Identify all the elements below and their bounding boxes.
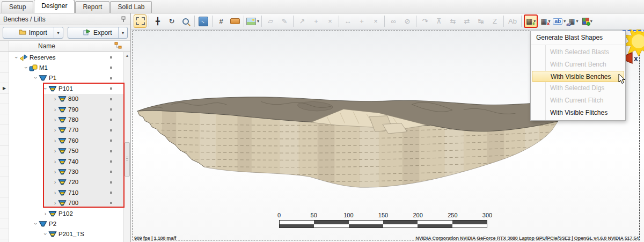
chevron-collapsed-icon[interactable]: ›	[52, 200, 58, 206]
chevron-collapsed-icon[interactable]: ›	[42, 210, 48, 217]
delete-vertex-button[interactable]: ×	[324, 14, 336, 28]
swap-direction-button[interactable]: ⇆	[447, 14, 459, 28]
tree-row-700[interactable]: ›700	[9, 197, 124, 208]
chevron-collapsed-icon[interactable]: ›	[52, 179, 58, 185]
tree-row-720[interactable]: ›720	[9, 177, 124, 187]
row-selector[interactable]	[0, 208, 9, 218]
row-selector[interactable]	[0, 52, 9, 62]
row-selector[interactable]	[0, 104, 9, 114]
chevron-expanded-icon[interactable]: ›	[33, 75, 39, 81]
export-button[interactable]: Export ▾	[68, 27, 128, 39]
tab-setup[interactable]: Setup	[2, 1, 33, 13]
unlink-lines-button[interactable]: ⊘	[401, 14, 414, 28]
chevron-collapsed-icon[interactable]: ›	[52, 168, 58, 175]
chevron-collapsed-icon[interactable]: ›	[52, 189, 58, 196]
background-image-button[interactable]: ▾	[246, 14, 259, 28]
project-line-button[interactable]: ⊼	[433, 14, 445, 28]
menu-item-with-visible-benches[interactable]: With Visible Benches	[532, 71, 624, 82]
tree-row-p102[interactable]: ›P102	[9, 208, 124, 218]
tree-row-p101[interactable]: ›P101	[9, 83, 124, 93]
chevron-collapsed-icon[interactable]: ›	[52, 148, 58, 154]
annotate-text-button[interactable]: Ab	[506, 14, 519, 28]
row-selector[interactable]	[0, 156, 9, 166]
row-selector[interactable]: ▶	[0, 83, 9, 93]
draw-polygon-button[interactable]: ▱	[264, 14, 277, 28]
chevron-collapsed-icon[interactable]: ›	[52, 158, 58, 165]
tab-solid-lab[interactable]: Solid Lab	[110, 1, 152, 13]
tree-row-reserves[interactable]: ›Reserves	[9, 52, 124, 62]
import-dropdown-arrow[interactable]: ▾	[54, 27, 63, 38]
tree-row-800[interactable]: ›800	[9, 94, 124, 104]
dropdown-arrow-icon[interactable]: ▾	[564, 19, 566, 24]
menu-item-with-current-bench[interactable]: With Current Bench	[531, 58, 625, 71]
align-line-button[interactable]: ↹	[474, 14, 487, 28]
chevron-expanded-icon[interactable]: ›	[23, 65, 30, 71]
tree-scrollbar[interactable]: ▲	[123, 52, 130, 242]
move-vertex-button[interactable]: ↗	[296, 14, 309, 28]
chevron-collapsed-icon[interactable]: ›	[52, 137, 58, 144]
menu-item-with-current-flitch[interactable]: With Current Flitch	[531, 94, 625, 107]
tree-row-p201-ts[interactable]: ›P201_TS	[9, 229, 124, 239]
tree-row-p2[interactable]: ›P2	[9, 218, 124, 229]
blast-name-grid-button[interactable]: ▦ab▾	[567, 14, 580, 28]
blast-colors-button[interactable]: ▾	[581, 14, 594, 28]
generate-blast-shapes-button[interactable]: ▦+▾	[524, 14, 538, 28]
tree-row-m1[interactable]: ›M1	[9, 62, 124, 72]
reverse-line-button[interactable]: ⇄	[460, 14, 473, 28]
row-selector[interactable]	[0, 239, 9, 242]
viewport-3d[interactable]: 050100150200250300 909 fps | 1.100 ms/f …	[131, 30, 644, 242]
row-selector[interactable]	[0, 125, 9, 135]
row-selector[interactable]	[0, 197, 9, 208]
chevron-collapsed-icon[interactable]: ›	[52, 96, 58, 102]
chevron-expanded-icon[interactable]: ›	[42, 85, 49, 91]
link-lines-button[interactable]: ∞	[387, 14, 400, 28]
dropdown-arrow-icon[interactable]: ▾	[576, 19, 578, 24]
row-selector[interactable]	[0, 166, 9, 177]
add-segment-button[interactable]: +	[355, 14, 368, 28]
tree-row-760[interactable]: ›760	[9, 135, 124, 145]
dropdown-arrow-icon[interactable]: ▾	[257, 19, 259, 24]
pin-icon[interactable]	[121, 16, 126, 24]
export-dropdown-arrow[interactable]: ▾	[118, 27, 127, 38]
chevron-expanded-icon[interactable]: ›	[13, 54, 20, 60]
import-button[interactable]: Import ▾	[3, 27, 63, 39]
ruler-button[interactable]	[229, 14, 241, 28]
tree-options-icon[interactable]	[114, 41, 122, 51]
stretch-segment-button[interactable]: ↔	[341, 14, 354, 28]
tab-report[interactable]: Report	[75, 1, 109, 13]
scroll-thumb[interactable]	[125, 142, 130, 177]
tree-column-header[interactable]: Name	[0, 41, 130, 52]
delete-blast-shapes-button[interactable]: ▦×▾	[539, 14, 552, 28]
tree-row-740[interactable]: ›740	[9, 156, 124, 166]
row-selector[interactable]	[0, 135, 9, 145]
row-selector[interactable]	[0, 218, 9, 229]
tree-row-770[interactable]: ›770	[9, 125, 124, 135]
chevron-expanded-icon[interactable]: ›	[42, 231, 49, 237]
delete-segment-button[interactable]: ×	[369, 14, 382, 28]
add-vertex-button[interactable]: +	[310, 14, 323, 28]
row-selector[interactable]	[0, 62, 9, 72]
grid-toggle-button[interactable]: #	[215, 14, 228, 28]
row-selector[interactable]	[0, 114, 9, 124]
menu-item-with-visible-flitches[interactable]: With Visible Flitches	[531, 107, 625, 119]
edit-pencil-button[interactable]: ✎	[278, 14, 291, 28]
tree-row-780[interactable]: ›780	[9, 114, 124, 124]
chevron-expanded-icon[interactable]: ›	[33, 221, 39, 226]
smooth-line-button[interactable]: ↷	[419, 14, 431, 28]
chevron-collapsed-icon[interactable]: ›	[52, 106, 58, 113]
tree-row-730[interactable]: ›730	[9, 166, 124, 177]
zoom-button[interactable]	[179, 14, 192, 28]
tree-row-750[interactable]: ›750	[9, 146, 124, 156]
tree-row-710[interactable]: ›710	[9, 187, 124, 197]
simplify-line-button[interactable]: Z	[488, 14, 501, 28]
row-selector[interactable]	[0, 177, 9, 187]
menu-item-with-selected-digs[interactable]: With Selected Digs	[531, 82, 625, 94]
row-selector[interactable]	[0, 94, 9, 104]
row-selector[interactable]	[0, 146, 9, 156]
tree-row-790[interactable]: ›790	[9, 104, 124, 114]
scroll-up-arrow[interactable]: ▲	[124, 52, 130, 59]
fit-view-button[interactable]: ↔	[197, 14, 210, 28]
row-selector[interactable]	[0, 187, 9, 197]
menu-item-with-selected-blasts[interactable]: With Selected Blasts	[531, 46, 625, 58]
chevron-collapsed-icon[interactable]: ›	[52, 127, 58, 133]
